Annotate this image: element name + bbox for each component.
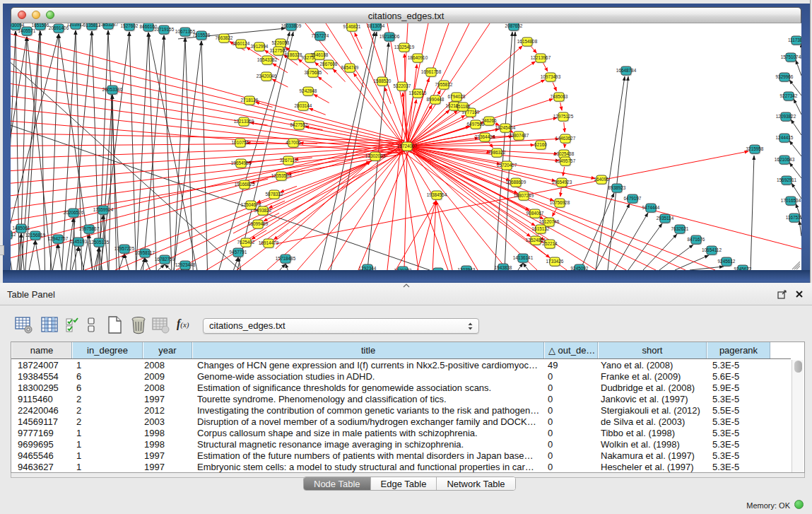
svg-text:1405571: 1405571 xyxy=(18,28,36,33)
svg-text:1485061: 1485061 xyxy=(13,226,30,230)
svg-text:10719155: 10719155 xyxy=(154,27,175,32)
svg-text:9146821: 9146821 xyxy=(343,24,361,29)
svg-text:3267110: 3267110 xyxy=(280,158,298,163)
svg-text:14463627: 14463627 xyxy=(555,136,576,141)
svg-text:3546188: 3546188 xyxy=(311,52,329,57)
svg-text:9457791: 9457791 xyxy=(230,250,247,255)
svg-text:16154808: 16154808 xyxy=(517,39,538,44)
svg-text:12353594: 12353594 xyxy=(271,173,292,178)
svg-text:15720407: 15720407 xyxy=(497,163,517,168)
svg-text:2718126: 2718126 xyxy=(241,98,259,103)
svg-text:9329966: 9329966 xyxy=(776,74,794,79)
svg-text:2803144: 2803144 xyxy=(295,103,312,108)
svg-text:13302033: 13302033 xyxy=(365,153,386,158)
svg-text:17504678: 17504678 xyxy=(241,202,261,207)
svg-text:252214: 252214 xyxy=(542,241,558,246)
svg-text:18245454: 18245454 xyxy=(495,125,516,130)
svg-text:19384554: 19384554 xyxy=(427,192,447,197)
svg-text:19654985: 19654985 xyxy=(231,160,252,165)
svg-text:3860124: 3860124 xyxy=(233,41,250,46)
svg-text:16648784: 16648784 xyxy=(616,68,637,73)
svg-text:1029383: 1029383 xyxy=(394,268,412,270)
svg-text:12213369: 12213369 xyxy=(234,119,254,124)
svg-text:21364436: 21364436 xyxy=(475,134,495,139)
svg-text:1167533: 1167533 xyxy=(786,215,801,220)
svg-text:15718485: 15718485 xyxy=(276,256,296,261)
svg-text:9227342: 9227342 xyxy=(780,93,798,98)
svg-text:8990448: 8990448 xyxy=(427,97,445,102)
svg-text:7986322: 7986322 xyxy=(488,150,506,155)
svg-text:9084067: 9084067 xyxy=(526,211,544,216)
svg-text:15692911: 15692911 xyxy=(777,177,796,182)
svg-text:9245092: 9245092 xyxy=(571,266,589,270)
svg-text:12942757: 12942757 xyxy=(48,236,69,241)
svg-text:1244415: 1244415 xyxy=(776,135,794,140)
svg-text:18640910: 18640910 xyxy=(408,55,428,60)
svg-text:7515526: 7515526 xyxy=(193,33,211,37)
svg-text:1615132: 1615132 xyxy=(532,226,550,231)
svg-text:12156819: 12156819 xyxy=(25,233,46,238)
svg-text:1362615: 1362615 xyxy=(409,90,427,95)
svg-text:3915912: 3915912 xyxy=(11,232,16,237)
svg-text:16120746: 16120746 xyxy=(539,219,560,224)
svg-text:12975125: 12975125 xyxy=(553,114,574,119)
svg-text:164095: 164095 xyxy=(594,177,609,182)
svg-text:16914479: 16914479 xyxy=(259,240,279,245)
svg-text:10973493: 10973493 xyxy=(541,74,561,79)
svg-text:3875685: 3875685 xyxy=(305,70,322,75)
svg-text:9474444: 9474444 xyxy=(642,205,660,210)
svg-text:12093822: 12093822 xyxy=(776,114,796,119)
svg-text:2935114: 2935114 xyxy=(657,216,674,221)
svg-text:1203943: 1203943 xyxy=(458,267,476,270)
svg-text:1527602: 1527602 xyxy=(121,23,139,28)
svg-text:13495757: 13495757 xyxy=(555,158,576,163)
svg-text:20206576: 20206576 xyxy=(64,210,84,215)
svg-text:1010755: 1010755 xyxy=(232,140,249,145)
svg-text:19654923: 19654923 xyxy=(552,180,572,185)
svg-text:10025438: 10025438 xyxy=(554,151,575,156)
svg-text:8938923: 8938923 xyxy=(608,185,626,190)
svg-text:16961758: 16961758 xyxy=(421,69,442,74)
svg-text:18724007: 18724007 xyxy=(397,144,418,148)
svg-text:7357274: 7357274 xyxy=(312,33,329,38)
svg-text:7625402: 7625402 xyxy=(237,240,255,245)
svg-text:8427552: 8427552 xyxy=(290,122,308,127)
svg-text:417006: 417006 xyxy=(286,140,301,145)
svg-text:10853287: 10853287 xyxy=(98,23,119,27)
svg-text:10807487: 10807487 xyxy=(509,133,529,138)
svg-text:10756928: 10756928 xyxy=(550,200,570,205)
svg-text:16543382: 16543382 xyxy=(257,57,278,62)
svg-text:6479197: 6479197 xyxy=(624,196,642,201)
svg-text:62160: 62160 xyxy=(534,142,547,147)
svg-text:5322037: 5322037 xyxy=(394,83,411,88)
svg-text:12213967: 12213967 xyxy=(531,55,551,60)
svg-text:451188: 451188 xyxy=(456,104,471,109)
svg-text:16782759: 16782759 xyxy=(155,257,175,262)
svg-text:23420046: 23420046 xyxy=(257,74,277,78)
svg-text:2087652: 2087652 xyxy=(505,23,523,28)
svg-text:9245612: 9245612 xyxy=(718,259,736,264)
svg-text:3912994: 3912994 xyxy=(251,44,269,49)
svg-text:16210643: 16210643 xyxy=(775,157,795,162)
svg-text:18807249: 18807249 xyxy=(514,193,534,198)
svg-text:1203912: 1203912 xyxy=(67,23,85,27)
svg-text:1651506: 1651506 xyxy=(32,23,49,28)
svg-text:1117384: 1117384 xyxy=(788,37,801,42)
svg-text:19975867: 19975867 xyxy=(79,226,100,231)
svg-text:17957225: 17957225 xyxy=(114,246,135,251)
svg-text:3493822: 3493822 xyxy=(254,208,272,213)
svg-text:8186328: 8186328 xyxy=(285,52,302,57)
svg-text:9242848: 9242848 xyxy=(300,88,317,93)
svg-text:19166825: 19166825 xyxy=(235,182,255,187)
svg-text:3215958: 3215958 xyxy=(746,146,764,151)
svg-text:8813054: 8813054 xyxy=(367,23,385,28)
svg-text:1823902: 1823902 xyxy=(430,269,447,270)
svg-text:16099489: 16099489 xyxy=(248,221,269,226)
svg-text:1145193: 1145193 xyxy=(70,239,88,244)
svg-text:20691406: 20691406 xyxy=(49,25,69,30)
svg-text:26053346: 26053346 xyxy=(102,87,123,92)
svg-text:17016534: 17016534 xyxy=(781,198,801,203)
svg-text:7632621: 7632621 xyxy=(671,226,689,231)
svg-text:10958117: 10958117 xyxy=(135,250,155,255)
svg-text:7663822: 7663822 xyxy=(216,35,233,40)
